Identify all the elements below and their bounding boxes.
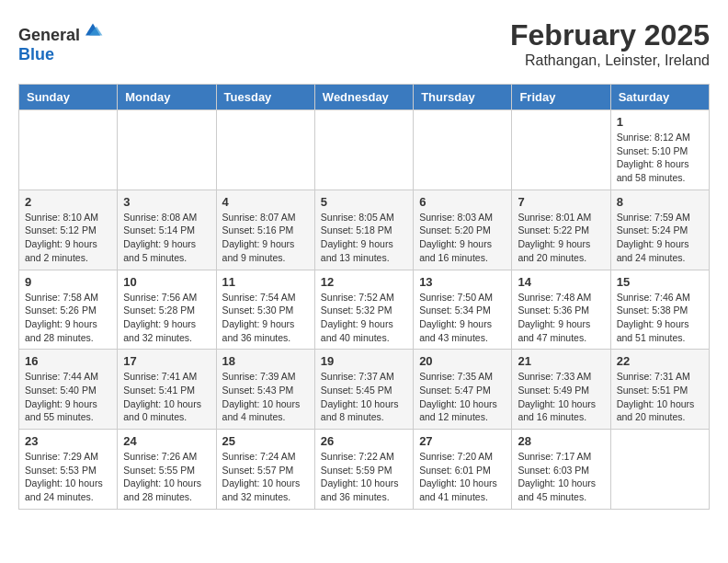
day-number: 18 xyxy=(222,354,309,368)
day-number: 20 xyxy=(419,354,506,368)
calendar-cell xyxy=(314,110,413,190)
col-monday: Monday xyxy=(118,85,216,110)
day-info: Sunrise: 8:12 AM Sunset: 5:10 PM Dayligh… xyxy=(617,131,703,185)
col-thursday: Thursday xyxy=(414,85,512,110)
calendar-cell xyxy=(216,110,314,190)
logo-icon xyxy=(82,18,104,40)
calendar-cell xyxy=(414,110,512,190)
day-info: Sunrise: 7:22 AM Sunset: 5:59 PM Dayligh… xyxy=(321,450,407,504)
day-info: Sunrise: 7:56 AM Sunset: 5:28 PM Dayligh… xyxy=(123,291,210,345)
calendar-cell: 28Sunrise: 7:17 AM Sunset: 6:03 PM Dayli… xyxy=(512,430,610,510)
col-wednesday: Wednesday xyxy=(314,85,413,110)
day-number: 3 xyxy=(123,195,210,209)
day-number: 28 xyxy=(518,434,604,448)
calendar-cell: 25Sunrise: 7:24 AM Sunset: 5:57 PM Dayli… xyxy=(216,430,314,510)
calendar-cell: 22Sunrise: 7:31 AM Sunset: 5:51 PM Dayli… xyxy=(610,350,709,430)
day-number: 15 xyxy=(617,275,703,289)
day-info: Sunrise: 7:39 AM Sunset: 5:43 PM Dayligh… xyxy=(222,370,309,424)
day-number: 6 xyxy=(419,195,506,209)
calendar-cell: 5Sunrise: 8:05 AM Sunset: 5:18 PM Daylig… xyxy=(314,190,413,270)
col-tuesday: Tuesday xyxy=(216,85,314,110)
calendar-cell xyxy=(118,110,216,190)
day-info: Sunrise: 8:08 AM Sunset: 5:14 PM Dayligh… xyxy=(123,211,210,265)
day-number: 13 xyxy=(419,275,506,289)
calendar-cell: 6Sunrise: 8:03 AM Sunset: 5:20 PM Daylig… xyxy=(414,190,512,270)
calendar-cell: 3Sunrise: 8:08 AM Sunset: 5:14 PM Daylig… xyxy=(118,190,216,270)
calendar-cell: 21Sunrise: 7:33 AM Sunset: 5:49 PM Dayli… xyxy=(512,350,610,430)
calendar-cell: 15Sunrise: 7:46 AM Sunset: 5:38 PM Dayli… xyxy=(610,270,709,350)
calendar-cell xyxy=(610,430,709,510)
calendar-cell: 23Sunrise: 7:29 AM Sunset: 5:53 PM Dayli… xyxy=(19,430,118,510)
day-info: Sunrise: 8:05 AM Sunset: 5:18 PM Dayligh… xyxy=(321,211,407,265)
day-number: 4 xyxy=(222,195,309,209)
day-number: 21 xyxy=(518,354,604,368)
calendar-week-row-5: 23Sunrise: 7:29 AM Sunset: 5:53 PM Dayli… xyxy=(19,430,710,510)
calendar-cell: 18Sunrise: 7:39 AM Sunset: 5:43 PM Dayli… xyxy=(216,350,314,430)
day-number: 23 xyxy=(25,434,111,448)
day-number: 25 xyxy=(222,434,309,448)
day-info: Sunrise: 7:54 AM Sunset: 5:30 PM Dayligh… xyxy=(222,291,309,345)
logo-blue: Blue xyxy=(18,45,54,63)
day-info: Sunrise: 7:17 AM Sunset: 6:03 PM Dayligh… xyxy=(518,450,604,504)
day-info: Sunrise: 7:41 AM Sunset: 5:41 PM Dayligh… xyxy=(123,370,210,424)
calendar-cell: 11Sunrise: 7:54 AM Sunset: 5:30 PM Dayli… xyxy=(216,270,314,350)
calendar-cell: 1Sunrise: 8:12 AM Sunset: 5:10 PM Daylig… xyxy=(610,110,709,190)
day-number: 10 xyxy=(123,275,210,289)
day-number: 24 xyxy=(123,434,210,448)
title-block: February 2025 Rathangan, Leinster, Irela… xyxy=(510,18,710,69)
day-info: Sunrise: 8:07 AM Sunset: 5:16 PM Dayligh… xyxy=(222,211,309,265)
col-saturday: Saturday xyxy=(610,85,709,110)
day-info: Sunrise: 7:24 AM Sunset: 5:57 PM Dayligh… xyxy=(222,450,309,504)
calendar-week-row-2: 2Sunrise: 8:10 AM Sunset: 5:12 PM Daylig… xyxy=(19,190,710,270)
col-friday: Friday xyxy=(512,85,610,110)
day-number: 11 xyxy=(222,275,309,289)
day-number: 8 xyxy=(617,195,703,209)
calendar-table: Sunday Monday Tuesday Wednesday Thursday… xyxy=(18,84,710,510)
day-number: 26 xyxy=(321,434,407,448)
calendar-cell: 27Sunrise: 7:20 AM Sunset: 6:01 PM Dayli… xyxy=(414,430,512,510)
day-number: 9 xyxy=(25,275,111,289)
day-number: 16 xyxy=(25,354,111,368)
day-info: Sunrise: 7:37 AM Sunset: 5:45 PM Dayligh… xyxy=(321,370,407,424)
calendar-cell: 9Sunrise: 7:58 AM Sunset: 5:26 PM Daylig… xyxy=(19,270,118,350)
day-info: Sunrise: 7:52 AM Sunset: 5:32 PM Dayligh… xyxy=(321,291,407,345)
day-number: 7 xyxy=(518,195,604,209)
logo-text: General Blue xyxy=(18,18,104,64)
day-info: Sunrise: 8:01 AM Sunset: 5:22 PM Dayligh… xyxy=(518,211,604,265)
calendar-cell: 24Sunrise: 7:26 AM Sunset: 5:55 PM Dayli… xyxy=(118,430,216,510)
day-info: Sunrise: 8:10 AM Sunset: 5:12 PM Dayligh… xyxy=(25,211,111,265)
calendar-cell: 16Sunrise: 7:44 AM Sunset: 5:40 PM Dayli… xyxy=(19,350,118,430)
logo-general: General xyxy=(18,26,80,44)
calendar-cell: 13Sunrise: 7:50 AM Sunset: 5:34 PM Dayli… xyxy=(414,270,512,350)
day-number: 5 xyxy=(321,195,407,209)
col-sunday: Sunday xyxy=(19,85,118,110)
day-info: Sunrise: 7:33 AM Sunset: 5:49 PM Dayligh… xyxy=(518,370,604,424)
page-header: General Blue February 2025 Rathangan, Le… xyxy=(18,18,710,69)
calendar-cell: 26Sunrise: 7:22 AM Sunset: 5:59 PM Dayli… xyxy=(314,430,413,510)
calendar-cell xyxy=(512,110,610,190)
calendar-header-row: Sunday Monday Tuesday Wednesday Thursday… xyxy=(19,85,710,110)
calendar-week-row-4: 16Sunrise: 7:44 AM Sunset: 5:40 PM Dayli… xyxy=(19,350,710,430)
day-info: Sunrise: 7:20 AM Sunset: 6:01 PM Dayligh… xyxy=(419,450,506,504)
day-info: Sunrise: 7:31 AM Sunset: 5:51 PM Dayligh… xyxy=(617,370,703,424)
day-number: 12 xyxy=(321,275,407,289)
calendar-cell: 7Sunrise: 8:01 AM Sunset: 5:22 PM Daylig… xyxy=(512,190,610,270)
calendar-week-row-3: 9Sunrise: 7:58 AM Sunset: 5:26 PM Daylig… xyxy=(19,270,710,350)
day-number: 14 xyxy=(518,275,604,289)
day-number: 27 xyxy=(419,434,506,448)
calendar-cell: 4Sunrise: 8:07 AM Sunset: 5:16 PM Daylig… xyxy=(216,190,314,270)
calendar-cell: 19Sunrise: 7:37 AM Sunset: 5:45 PM Dayli… xyxy=(314,350,413,430)
month-title: February 2025 xyxy=(510,18,710,52)
day-number: 19 xyxy=(321,354,407,368)
calendar-week-row-1: 1Sunrise: 8:12 AM Sunset: 5:10 PM Daylig… xyxy=(19,110,710,190)
calendar-cell: 2Sunrise: 8:10 AM Sunset: 5:12 PM Daylig… xyxy=(19,190,118,270)
day-info: Sunrise: 7:26 AM Sunset: 5:55 PM Dayligh… xyxy=(123,450,210,504)
day-number: 1 xyxy=(617,115,703,129)
day-info: Sunrise: 8:03 AM Sunset: 5:20 PM Dayligh… xyxy=(419,211,506,265)
day-info: Sunrise: 7:29 AM Sunset: 5:53 PM Dayligh… xyxy=(25,450,111,504)
day-info: Sunrise: 7:46 AM Sunset: 5:38 PM Dayligh… xyxy=(617,291,703,345)
day-info: Sunrise: 7:44 AM Sunset: 5:40 PM Dayligh… xyxy=(25,370,111,424)
logo: General Blue xyxy=(18,18,104,64)
calendar-cell: 17Sunrise: 7:41 AM Sunset: 5:41 PM Dayli… xyxy=(118,350,216,430)
calendar-cell: 20Sunrise: 7:35 AM Sunset: 5:47 PM Dayli… xyxy=(414,350,512,430)
